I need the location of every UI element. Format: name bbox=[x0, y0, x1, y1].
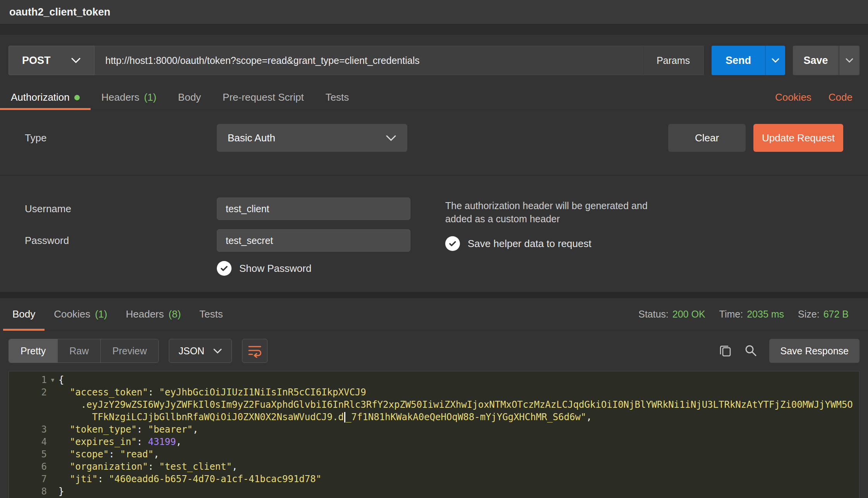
response-tab-body[interactable]: Body bbox=[3, 298, 45, 330]
response-status-group: Status: 200 OK Time: 2035 ms Size: 672 B bbox=[638, 298, 849, 330]
code-lines: 1▾{2 "access_token": "eyJhbGciOiJIUzI1Ni… bbox=[9, 374, 859, 498]
update-request-button[interactable]: Update Request bbox=[753, 124, 843, 152]
auth-helper-note-line2: added as a custom header bbox=[445, 212, 648, 225]
tab-headers-count: (1) bbox=[144, 91, 156, 103]
code-row: 3 "token_type": "bearer", bbox=[9, 423, 859, 436]
method-dropdown[interactable]: POST bbox=[9, 46, 94, 75]
chevron-down-icon bbox=[386, 135, 396, 141]
send-button[interactable]: Send bbox=[712, 46, 765, 75]
send-dropdown-button[interactable] bbox=[765, 46, 785, 75]
response-tab-cookies-count: (1) bbox=[95, 308, 107, 320]
code-row: 2 "access_token": "eyJhbGciOiJIUzI1NiIsI… bbox=[9, 386, 859, 398]
response-tab-headers[interactable]: Headers (8) bbox=[117, 298, 190, 330]
method-label: POST bbox=[22, 55, 51, 67]
auth-helper-note: The authorization header will be generat… bbox=[445, 199, 648, 225]
view-pretty-button[interactable]: Pretty bbox=[9, 339, 57, 362]
response-tab-tests-label: Tests bbox=[199, 308, 223, 320]
params-button[interactable]: Params bbox=[643, 46, 704, 75]
response-time: Time: 2035 ms bbox=[719, 309, 784, 320]
line-number-gutter: 1▾ bbox=[9, 374, 58, 385]
tab-body-label: Body bbox=[178, 91, 201, 103]
cookies-link[interactable]: Cookies bbox=[775, 91, 811, 103]
size-label: Size: bbox=[798, 309, 820, 320]
checkbox-checked-icon bbox=[217, 261, 232, 276]
size-value: 672 B bbox=[823, 309, 849, 320]
save-dropdown-button[interactable] bbox=[839, 46, 859, 75]
search-response-button[interactable] bbox=[744, 343, 758, 359]
chevron-down-icon bbox=[71, 57, 81, 64]
line-number-gutter: 8 bbox=[9, 486, 58, 497]
wrap-text-icon bbox=[247, 343, 262, 359]
response-format-dropdown[interactable]: JSON bbox=[169, 339, 232, 363]
pane-separator bbox=[0, 292, 868, 298]
tab-prerequest-label: Pre-request Script bbox=[223, 91, 304, 103]
code-line-content: .eyJzY29wZSI6WyJyZWFkIl0sIm9yZ2FuaXphdGl… bbox=[58, 399, 853, 410]
auth-type-select[interactable]: Basic Auth bbox=[217, 124, 407, 152]
titlebar: oauth2_client_token bbox=[0, 0, 868, 25]
auth-type-value: Basic Auth bbox=[228, 132, 275, 144]
text-cursor bbox=[344, 412, 345, 422]
send-button-group: Send bbox=[712, 46, 785, 75]
chevron-down-icon bbox=[771, 58, 780, 63]
code-line-content: } bbox=[58, 486, 64, 497]
tab-body[interactable]: Body bbox=[167, 85, 212, 110]
response-toolbar-right: Save Response bbox=[718, 339, 859, 363]
tab-headers-label: Headers bbox=[101, 91, 139, 103]
response-size: Size: 672 B bbox=[798, 309, 849, 320]
clear-button[interactable]: Clear bbox=[668, 124, 746, 152]
checkbox-checked-icon bbox=[445, 236, 460, 251]
tab-tests[interactable]: Tests bbox=[315, 85, 360, 110]
auth-helper-panel: The authorization header will be generat… bbox=[445, 197, 648, 276]
username-input[interactable] bbox=[217, 197, 410, 220]
tab-prerequest-script[interactable]: Pre-request Script bbox=[212, 85, 315, 110]
view-preview-button[interactable]: Preview bbox=[100, 339, 158, 362]
tab-headers[interactable]: Headers (1) bbox=[91, 85, 167, 110]
code-line-content: { bbox=[58, 374, 64, 385]
search-icon bbox=[744, 343, 758, 359]
response-tabs: Body Cookies (1) Headers (8) Tests Statu… bbox=[0, 298, 868, 331]
password-input[interactable] bbox=[217, 229, 410, 252]
code-row: 7 "jti": "460eadd6-b657-4d70-a1cf-41bcac… bbox=[9, 473, 859, 485]
code-line-content: "organization": "test_client", bbox=[58, 461, 237, 472]
code-row: 4 "expires_in": 43199, bbox=[9, 436, 859, 448]
code-link[interactable]: Code bbox=[829, 91, 853, 103]
response-tab-cookies[interactable]: Cookies (1) bbox=[45, 298, 117, 330]
response-toolbar: Pretty Raw Preview JSON bbox=[0, 338, 868, 363]
line-number-gutter: 4 bbox=[9, 436, 58, 447]
password-label: Password bbox=[25, 235, 217, 247]
view-raw-button[interactable]: Raw bbox=[57, 339, 100, 362]
response-tab-cookies-label: Cookies bbox=[54, 308, 90, 320]
tab-authorization[interactable]: Authorization bbox=[0, 85, 91, 110]
copy-response-button[interactable] bbox=[718, 343, 732, 359]
line-number-gutter: 7 bbox=[9, 474, 58, 484]
response-tab-tests[interactable]: Tests bbox=[190, 298, 232, 330]
url-row: POST Params Send Save bbox=[9, 46, 859, 75]
save-button-group: Save bbox=[793, 46, 859, 75]
wrap-text-button[interactable] bbox=[242, 339, 268, 363]
code-row: .eyJzY29wZSI6WyJyZWFkIl0sIm9yZ2FuaXphdGl… bbox=[9, 398, 859, 411]
save-button[interactable]: Save bbox=[793, 46, 839, 75]
credentials-section: Username Password Show Password The auth… bbox=[0, 176, 868, 292]
save-response-button[interactable]: Save Response bbox=[769, 339, 859, 363]
show-password-checkbox[interactable]: Show Password bbox=[217, 261, 420, 276]
url-input[interactable] bbox=[105, 55, 631, 66]
username-row: Username bbox=[25, 197, 420, 220]
response-tab-headers-label: Headers bbox=[126, 308, 164, 320]
username-label: Username bbox=[25, 203, 217, 215]
fold-toggle-icon[interactable]: ▾ bbox=[47, 376, 58, 384]
status-label: Status: bbox=[638, 309, 669, 320]
save-helper-checkbox[interactable]: Save helper data to request bbox=[445, 236, 648, 251]
save-helper-label: Save helper data to request bbox=[468, 238, 591, 250]
auth-type-label: Type bbox=[25, 132, 217, 144]
response-pane: Body Cookies (1) Headers (8) Tests Statu… bbox=[0, 298, 868, 498]
code-row: TFkNzgiLCJjbGllbnRfaWQiOiJ0ZXN0X2NsaWVud… bbox=[9, 411, 859, 423]
chevron-down-icon bbox=[845, 58, 854, 63]
line-number-gutter: 6 bbox=[9, 461, 58, 472]
code-line-content: "token_type": "bearer", bbox=[58, 424, 198, 435]
response-body-viewer[interactable]: 1▾{2 "access_token": "eyJhbGciOiJIUzI1Ni… bbox=[9, 371, 859, 498]
code-row: 6 "organization": "test_client", bbox=[9, 460, 859, 473]
code-line-content: "scope": "read", bbox=[58, 449, 159, 460]
authorization-active-dot bbox=[74, 95, 80, 100]
credentials-fields: Username Password Show Password bbox=[25, 197, 420, 276]
code-row: 8} bbox=[9, 485, 859, 498]
